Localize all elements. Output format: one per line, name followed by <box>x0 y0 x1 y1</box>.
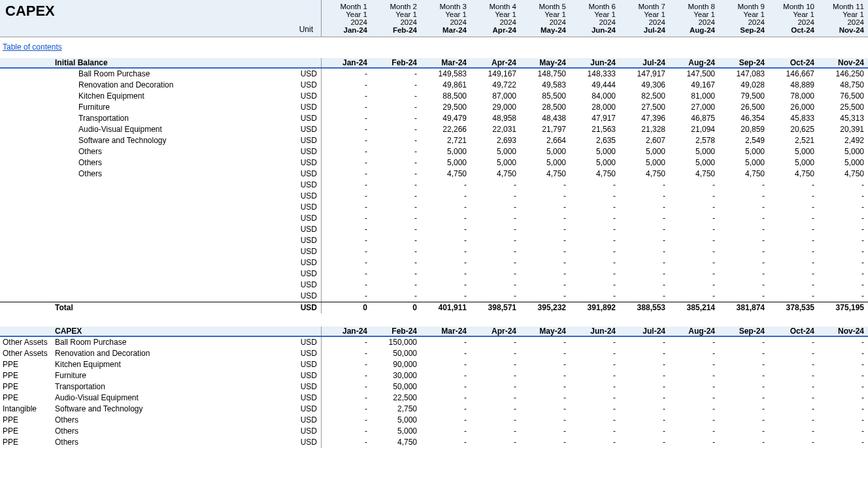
data-cell: - <box>371 113 421 124</box>
row-name: Others <box>55 168 291 180</box>
row-name: Ball Room Purchase <box>55 69 291 80</box>
data-cell: - <box>818 348 868 359</box>
month-label: Nov-24 <box>818 327 868 336</box>
toc-link[interactable]: Table of contents <box>3 42 62 52</box>
data-cell: - <box>421 348 471 359</box>
row-category: PPE <box>0 392 55 404</box>
data-cell: 84,000 <box>570 91 620 102</box>
data-cell: 149,167 <box>471 69 520 80</box>
table-row: PPEOthersUSD-5,000--------- <box>0 426 868 437</box>
data-cell: 5,000 <box>421 146 471 157</box>
table-row: USD----------- <box>0 291 868 302</box>
data-cell: 49,722 <box>471 80 520 91</box>
data-cell: - <box>322 202 371 213</box>
data-cell: - <box>421 268 471 280</box>
data-cell: - <box>620 348 669 359</box>
data-cell: - <box>620 257 669 268</box>
row-unit: USD <box>291 157 321 168</box>
table-row: PPEFurnitureUSD-30,000--------- <box>0 370 868 381</box>
data-cell: - <box>322 146 371 157</box>
section-initial-balance-header: Initial Balance Jan-24Feb-24Mar-24Apr-24… <box>0 58 868 69</box>
data-cell: - <box>769 392 818 404</box>
data-cell: - <box>471 268 520 280</box>
data-cell: - <box>421 370 471 381</box>
data-cell: - <box>818 381 868 392</box>
data-cell: - <box>322 69 371 80</box>
month-label: Aug-24 <box>669 58 719 67</box>
data-cell: 2,664 <box>520 135 570 146</box>
data-cell: - <box>520 191 570 202</box>
data-cell: - <box>769 224 818 235</box>
data-cell: - <box>620 359 669 370</box>
row-name: Software and Technology <box>55 135 291 146</box>
data-cell: - <box>620 268 669 280</box>
data-cell: - <box>520 246 570 257</box>
row-name: Others <box>55 157 291 168</box>
data-cell: - <box>669 404 719 415</box>
month-label: May-24 <box>520 58 570 67</box>
data-cell: - <box>818 426 868 437</box>
table-row: Ball Room PurchaseUSD--149,583149,167148… <box>0 69 868 80</box>
table-row: PPEAudio-Visual EquipmentUSD-22,500-----… <box>0 392 868 404</box>
data-cell: - <box>719 224 769 235</box>
data-cell: 50,000 <box>371 348 421 359</box>
data-cell: 20,859 <box>719 124 769 135</box>
data-cell: - <box>818 337 868 348</box>
month-label: Nov-24 <box>818 58 868 67</box>
data-cell: - <box>818 268 868 280</box>
table-row: OthersUSD--5,0005,0005,0005,0005,0005,00… <box>0 157 868 168</box>
data-cell: - <box>719 337 769 348</box>
data-cell: 21,563 <box>570 124 620 135</box>
data-cell: 4,750 <box>371 437 421 448</box>
row-name: Transportation <box>55 381 291 392</box>
row-unit: USD <box>291 235 321 246</box>
table-row: USD----------- <box>0 191 868 202</box>
data-cell: 5,000 <box>669 157 719 168</box>
month-label: Jan-24 <box>322 58 371 67</box>
data-cell: - <box>371 257 421 268</box>
data-cell: - <box>669 257 719 268</box>
data-cell: - <box>471 257 520 268</box>
section-capex-rows: Other AssetsBall Room PurchaseUSD-150,00… <box>0 337 868 448</box>
data-cell: 87,000 <box>471 91 520 102</box>
data-cell: 4,750 <box>669 168 719 180</box>
data-cell: - <box>669 246 719 257</box>
data-cell: 21,328 <box>620 124 669 135</box>
data-cell: - <box>719 415 769 426</box>
row-unit: USD <box>291 124 321 135</box>
unit-label: Unit <box>5 25 316 34</box>
data-cell: - <box>371 80 421 91</box>
total-cell: 391,892 <box>570 302 620 313</box>
total-cell: 401,911 <box>421 302 471 313</box>
month-header-col: Month 3Year 12024Mar-24 <box>421 0 471 37</box>
month-header-col: Month 7Year 12024Jul-24 <box>620 0 669 37</box>
month-label: Aug-24 <box>669 327 719 336</box>
month-label: Jul-24 <box>620 327 669 336</box>
data-cell: 4,750 <box>421 168 471 180</box>
row-category: PPE <box>0 415 55 426</box>
data-cell: - <box>421 257 471 268</box>
row-unit: USD <box>291 135 321 146</box>
month-label: Sep-24 <box>719 327 769 336</box>
month-label: May-24 <box>520 327 570 336</box>
table-row: USD----------- <box>0 224 868 235</box>
data-cell: - <box>371 202 421 213</box>
data-cell: - <box>719 280 769 291</box>
data-cell: - <box>570 370 620 381</box>
row-unit: USD <box>291 80 321 91</box>
total-label: Total <box>55 302 291 313</box>
table-row: PPETransportationUSD-50,000--------- <box>0 381 868 392</box>
row-name: Furniture <box>55 102 291 113</box>
data-cell: - <box>421 359 471 370</box>
data-cell: 147,083 <box>719 69 769 80</box>
row-name: Others <box>55 415 291 426</box>
month-label: Mar-24 <box>421 58 471 67</box>
section-title: Initial Balance <box>55 58 291 67</box>
data-cell: - <box>719 291 769 302</box>
row-category: PPE <box>0 370 55 381</box>
row-category: PPE <box>0 437 55 448</box>
table-row: OthersUSD--4,7504,7504,7504,7504,7504,75… <box>0 168 868 180</box>
row-unit: USD <box>291 370 321 381</box>
data-cell: - <box>818 392 868 404</box>
data-cell: - <box>520 224 570 235</box>
